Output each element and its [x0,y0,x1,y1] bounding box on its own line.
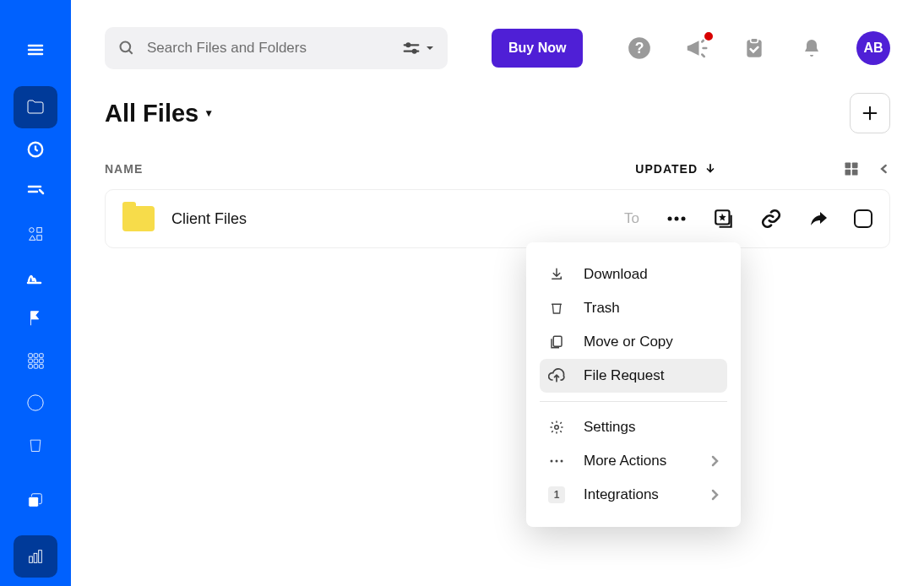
nav-flag[interactable] [14,297,57,339]
row-actions [665,207,872,231]
chevron-right-icon [710,455,719,467]
topbar: Buy Now ? AB [71,0,924,69]
chevron-right-icon [710,489,719,501]
table-row[interactable]: Client Files To [105,189,890,248]
svg-rect-21 [34,553,37,562]
svg-rect-13 [40,359,44,363]
menu-settings[interactable]: Settings [540,410,727,444]
svg-text:?: ? [635,40,644,57]
svg-point-47 [561,460,563,463]
svg-line-24 [129,51,133,54]
sort-desc-icon [704,162,716,176]
menu-download[interactable]: Download [540,258,727,291]
nav-shapes[interactable] [14,213,57,255]
menu-trash[interactable]: Trash [540,291,727,325]
svg-rect-11 [29,359,33,363]
svg-point-39 [668,217,672,221]
menu-file-request[interactable]: File Request [540,359,727,393]
nav-trash[interactable] [14,424,57,466]
svg-rect-9 [34,354,38,358]
file-list: Client Files To [71,189,924,248]
search-input[interactable] [147,40,390,57]
more-options-icon[interactable] [665,207,688,231]
row-checkbox[interactable] [854,209,872,228]
svg-rect-38 [852,170,858,176]
svg-rect-35 [845,163,851,169]
bell-icon[interactable] [799,35,824,61]
menu-move-copy[interactable]: Move or Copy [540,325,727,359]
search-filter-button[interactable] [402,41,434,56]
help-icon[interactable]: ? [627,35,652,61]
announcement-icon[interactable] [684,35,709,61]
svg-rect-8 [29,354,33,358]
page-title: All Files [105,100,198,128]
notification-dot [703,30,715,42]
buy-now-button[interactable]: Buy Now [492,29,583,68]
nav-analytics[interactable] [14,535,57,578]
svg-rect-22 [39,551,42,563]
folder-icon [122,206,155,231]
svg-point-46 [556,460,558,463]
svg-rect-43 [553,336,562,346]
link-icon[interactable] [759,207,783,231]
svg-rect-20 [30,556,33,562]
cloud-upload-icon [548,368,565,383]
dots-icon [548,458,565,464]
svg-rect-12 [34,359,38,363]
bookmark-icon[interactable] [712,207,736,231]
menu-more-actions[interactable]: More Actions [540,444,727,478]
nav-sign[interactable] [14,171,57,213]
search-icon [118,40,135,57]
svg-rect-19 [29,496,39,507]
svg-rect-32 [751,38,758,42]
svg-rect-36 [852,163,858,169]
menu-separator [540,401,727,402]
page-title-dropdown[interactable]: All Files ▼ [105,100,214,128]
nav-check[interactable] [14,382,57,424]
grid-view-icon[interactable] [843,160,860,177]
nav-files[interactable] [14,86,57,128]
nav-recent[interactable] [14,128,57,171]
svg-point-28 [413,50,416,53]
context-menu: Download Trash Move or Copy File Request [526,242,741,527]
collapse-panel-icon[interactable] [878,160,890,177]
list-header: NAME UPDATED [71,133,924,189]
avatar[interactable]: AB [856,31,890,65]
svg-rect-16 [40,365,44,369]
svg-point-26 [407,44,410,47]
svg-rect-5 [37,228,42,233]
row-name: Client Files [171,210,607,228]
svg-rect-6 [37,236,42,241]
menu-integrations[interactable]: 1 Integrations [540,478,727,512]
copy-icon [548,334,565,350]
svg-rect-37 [845,170,851,176]
share-icon[interactable] [807,207,830,231]
svg-rect-10 [40,354,44,358]
svg-point-4 [30,228,35,233]
top-icons: ? AB [627,31,890,65]
svg-point-40 [675,217,679,221]
caret-down-icon: ▼ [204,107,214,119]
main-content: Buy Now ? AB All Files ▼ [71,0,924,586]
svg-point-44 [555,426,559,430]
title-row: All Files ▼ [71,69,924,133]
integrations-badge: 1 [548,486,565,503]
add-button[interactable] [850,93,890,133]
svg-rect-15 [34,365,38,369]
search-box[interactable] [105,27,448,69]
row-updated: To [624,210,639,227]
svg-rect-14 [29,365,33,369]
gear-icon [548,420,565,435]
nav-copy[interactable] [14,480,57,522]
nav-signature[interactable] [14,255,57,297]
column-updated[interactable]: UPDATED [635,162,716,176]
download-icon [548,267,565,282]
sidebar [0,0,71,586]
svg-point-45 [551,460,553,463]
tasks-icon[interactable] [742,35,767,61]
column-name[interactable]: NAME [105,162,635,176]
svg-point-23 [121,42,131,52]
nav-apps[interactable] [14,339,57,382]
menu-toggle[interactable] [14,29,57,71]
trash-icon [548,301,565,316]
